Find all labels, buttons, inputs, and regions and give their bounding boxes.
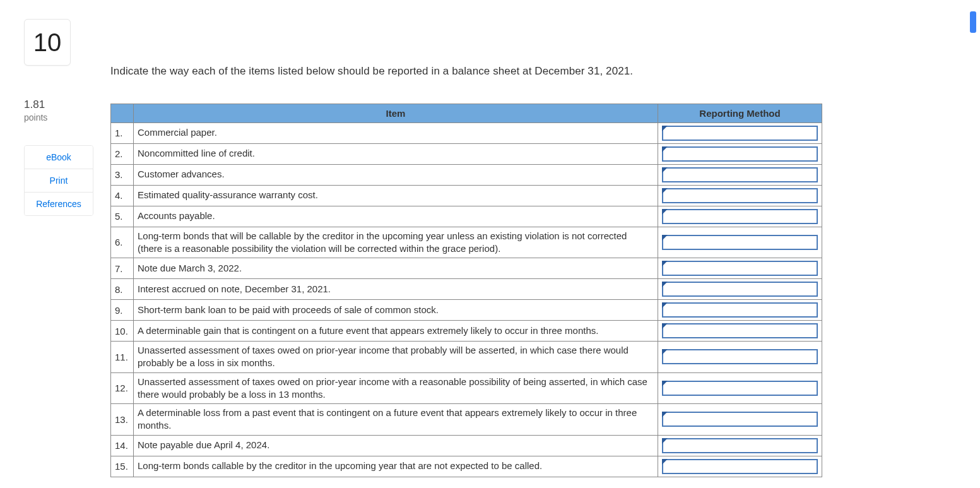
row-number: 9.	[111, 300, 134, 321]
table-row: 1.Commercial paper.	[111, 122, 822, 143]
row-number: 5.	[111, 206, 134, 227]
table-row: 13.A determinable loss from a past event…	[111, 404, 822, 436]
table-row: 5.Accounts payable.	[111, 206, 822, 227]
row-item-text: Short-term bank loan to be paid with pro…	[134, 300, 658, 321]
reporting-method-dropdown[interactable]	[662, 323, 818, 338]
reporting-method-dropdown[interactable]	[662, 188, 818, 203]
row-method-cell	[658, 404, 822, 436]
row-method-cell	[658, 164, 822, 185]
table-row: 9.Short-term bank loan to be paid with p…	[111, 300, 822, 321]
table-row: 11.Unasserted assessment of taxes owed o…	[111, 342, 822, 373]
row-number: 10.	[111, 321, 134, 342]
table-body: 1.Commercial paper.2.Noncommitted line o…	[111, 122, 822, 477]
table-row: 12.Unasserted assessment of taxes owed o…	[111, 372, 822, 404]
print-link[interactable]: Print	[25, 169, 93, 192]
row-method-cell	[658, 435, 822, 456]
row-method-cell	[658, 300, 822, 321]
row-item-text: A determinable loss from a past event th…	[134, 404, 658, 436]
row-method-cell	[658, 122, 822, 143]
reporting-method-dropdown[interactable]	[662, 126, 818, 141]
row-number: 2.	[111, 143, 134, 164]
page-root: 10 1.81 points eBook Print References In…	[0, 0, 980, 488]
reporting-method-dropdown[interactable]	[662, 349, 818, 364]
reporting-method-dropdown[interactable]	[662, 261, 818, 276]
header-method: Reporting Method	[658, 104, 822, 122]
row-item-text: Accounts payable.	[134, 206, 658, 227]
question-prompt: Indicate the way each of the items liste…	[110, 63, 822, 80]
row-number: 11.	[111, 342, 134, 373]
row-item-text: Long-term bonds callable by the creditor…	[134, 456, 658, 477]
row-method-cell	[658, 342, 822, 373]
sidebar: 10 1.81 points eBook Print References	[0, 6, 110, 477]
row-method-cell	[658, 321, 822, 342]
row-method-cell	[658, 456, 822, 477]
row-method-cell	[658, 227, 822, 258]
reporting-method-dropdown[interactable]	[662, 412, 818, 427]
row-number: 4.	[111, 185, 134, 206]
table-row: 6.Long-term bonds that will be callable …	[111, 227, 822, 258]
row-method-cell	[658, 258, 822, 279]
table-row: 15.Long-term bonds callable by the credi…	[111, 456, 822, 477]
row-number: 7.	[111, 258, 134, 279]
row-item-text: Unasserted assessment of taxes owed on p…	[134, 342, 658, 373]
scrollbar-thumb[interactable]	[970, 11, 976, 33]
reporting-method-dropdown[interactable]	[662, 146, 818, 162]
row-item-text: Note due March 3, 2022.	[134, 258, 658, 279]
row-item-text: Noncommitted line of credit.	[134, 143, 658, 164]
row-method-cell	[658, 206, 822, 227]
row-number: 1.	[111, 122, 134, 143]
row-item-text: Unasserted assessment of taxes owed on p…	[134, 372, 658, 404]
row-method-cell	[658, 372, 822, 404]
table-row: 2.Noncommitted line of credit.	[111, 143, 822, 164]
resource-links: eBook Print References	[24, 145, 93, 216]
points-label: points	[24, 112, 99, 122]
row-number: 14.	[111, 435, 134, 456]
header-item: Item	[134, 104, 658, 122]
reporting-method-dropdown[interactable]	[662, 438, 818, 453]
row-item-text: Interest accrued on note, December 31, 2…	[134, 279, 658, 300]
table-row: 10.A determinable gain that is contingen…	[111, 321, 822, 342]
reporting-method-dropdown[interactable]	[662, 381, 818, 396]
row-item-text: Commercial paper.	[134, 122, 658, 143]
row-number: 8.	[111, 279, 134, 300]
row-number: 12.	[111, 372, 134, 404]
reporting-method-dropdown[interactable]	[662, 459, 818, 474]
main-content: Indicate the way each of the items liste…	[110, 6, 980, 477]
table-row: 7.Note due March 3, 2022.	[111, 258, 822, 279]
reporting-method-dropdown[interactable]	[662, 282, 818, 297]
question-number: 10	[33, 28, 62, 57]
row-item-text: Customer advances.	[134, 164, 658, 185]
reporting-method-dropdown[interactable]	[662, 209, 818, 224]
table-row: 3.Customer advances.	[111, 164, 822, 185]
ebook-link[interactable]: eBook	[25, 146, 93, 169]
row-item-text: Long-term bonds that will be callable by…	[134, 227, 658, 258]
question-number-box: 10	[24, 19, 71, 66]
row-number: 13.	[111, 404, 134, 436]
points-value: 1.81	[24, 98, 99, 111]
row-number: 15.	[111, 456, 134, 477]
reporting-method-dropdown[interactable]	[662, 235, 818, 250]
items-table: Item Reporting Method 1.Commercial paper…	[110, 104, 822, 477]
table-row: 14.Note payable due April 4, 2024.	[111, 435, 822, 456]
table-header-row: Item Reporting Method	[111, 104, 822, 122]
row-method-cell	[658, 185, 822, 206]
row-method-cell	[658, 279, 822, 300]
row-number: 6.	[111, 227, 134, 258]
row-item-text: Note payable due April 4, 2024.	[134, 435, 658, 456]
row-item-text: Estimated quality-assurance warranty cos…	[134, 185, 658, 206]
references-link[interactable]: References	[25, 192, 93, 215]
row-item-text: A determinable gain that is contingent o…	[134, 321, 658, 342]
row-method-cell	[658, 143, 822, 164]
table-row: 4.Estimated quality-assurance warranty c…	[111, 185, 822, 206]
row-number: 3.	[111, 164, 134, 185]
header-blank	[111, 104, 134, 122]
table-row: 8.Interest accrued on note, December 31,…	[111, 279, 822, 300]
reporting-method-dropdown[interactable]	[662, 302, 818, 318]
reporting-method-dropdown[interactable]	[662, 167, 818, 182]
